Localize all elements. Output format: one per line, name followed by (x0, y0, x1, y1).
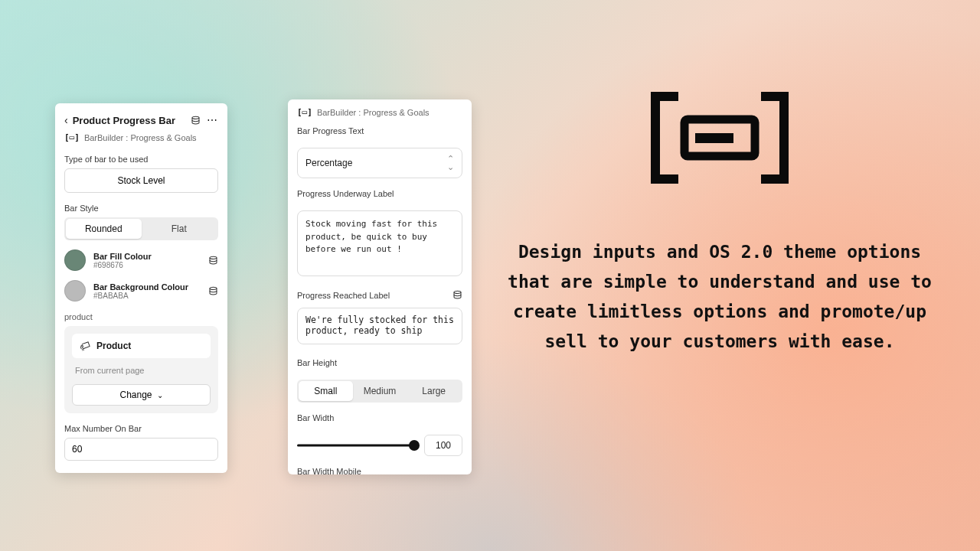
svg-point-2 (210, 287, 217, 289)
bar-style-rounded[interactable]: Rounded (66, 219, 142, 239)
type-of-bar-select[interactable]: Stock Level (64, 168, 218, 193)
bg-colour-label: Bar Background Colour (93, 282, 201, 292)
bar-width-mobile-label: Bar Width Mobile (297, 467, 462, 474)
bar-style-segment: Rounded Flat (64, 217, 218, 240)
panel-header: ‹ Product Progress Bar ⋯ (64, 114, 218, 126)
brand-logo (505, 84, 934, 191)
database-icon[interactable] (208, 256, 218, 266)
bar-width-row: 100 (297, 435, 462, 456)
bar-fill-colour-row[interactable]: Bar Fill Colour #698676 (64, 249, 218, 271)
app-sub-label: BarBuilder : Progress & Goals (317, 108, 430, 117)
fill-colour-swatch[interactable] (64, 249, 86, 271)
bg-colour-hex: #BABABA (93, 292, 201, 300)
bar-height-large[interactable]: Large (407, 381, 461, 401)
database-icon[interactable] (191, 116, 201, 126)
bar-width-slider[interactable] (297, 439, 416, 452)
product-source-text: From current page (75, 366, 207, 375)
settings-panel-left: ‹ Product Progress Bar ⋯ [▭] BarBuilder … (55, 103, 227, 473)
type-of-bar-label: Type of bar to be used (64, 155, 218, 164)
app-identifier: [▭] BarBuilder : Progress & Goals (64, 132, 218, 142)
svg-rect-8 (779, 92, 789, 184)
change-button[interactable]: Change ⌄ (72, 384, 211, 406)
product-tag-icon: 🏷 (78, 338, 93, 354)
select-chevron-icon: ⌃⌄ (447, 155, 454, 171)
product-label: product (64, 312, 218, 321)
max-number-input[interactable] (64, 438, 218, 461)
bar-height-label: Bar Height (297, 358, 462, 367)
svg-rect-11 (695, 133, 733, 143)
product-item-label: Product (96, 341, 131, 351)
progress-underway-label: Progress Underway Label (297, 189, 462, 198)
fill-colour-label: Bar Fill Colour (93, 252, 201, 261)
panel-title: Product Progress Bar (73, 115, 186, 126)
database-icon[interactable] (208, 286, 218, 296)
bar-style-label: Bar Style (64, 204, 218, 213)
bar-style-flat[interactable]: Flat (142, 219, 217, 239)
fill-colour-hex: #698676 (93, 261, 201, 269)
progress-reached-label: Progress Reached Label (297, 291, 390, 300)
marketing-copy: Design inputs and OS 2.0 theme options t… (505, 237, 934, 357)
bg-colour-swatch[interactable] (64, 280, 86, 302)
progress-reached-textarea[interactable] (297, 308, 462, 344)
svg-rect-6 (651, 174, 678, 184)
bar-width-label: Bar Width (297, 413, 462, 422)
bar-height-medium[interactable]: Medium (353, 381, 407, 401)
product-row[interactable]: 🏷 Product (72, 334, 211, 358)
app-sub-label: BarBuilder : Progress & Goals (84, 133, 197, 142)
product-block: 🏷 Product From current page Change ⌄ (64, 326, 218, 413)
app-identifier: [▭] BarBuilder : Progress & Goals (297, 107, 462, 117)
back-icon[interactable]: ‹ (64, 115, 68, 126)
bar-bg-colour-row[interactable]: Bar Background Colour #BABABA (64, 280, 218, 302)
marketing-block: Design inputs and OS 2.0 theme options t… (505, 77, 934, 357)
svg-rect-5 (651, 92, 660, 184)
svg-point-0 (192, 116, 199, 119)
progress-underway-textarea[interactable] (297, 210, 462, 276)
svg-point-3 (454, 291, 461, 293)
bar-height-segment: Small Medium Large (297, 380, 462, 403)
database-icon[interactable] (452, 290, 462, 300)
chevron-down-icon: ⌄ (157, 391, 163, 399)
bar-progress-text-select[interactable]: Percentage ⌃⌄ (297, 148, 462, 178)
svg-point-1 (210, 256, 217, 259)
brand-icon: [▭] (64, 132, 80, 142)
brand-icon: [▭] (297, 107, 312, 117)
more-icon[interactable]: ⋯ (207, 114, 218, 126)
svg-rect-9 (761, 174, 789, 184)
bar-progress-text-label: Bar Progress Text (297, 126, 462, 135)
settings-panel-right: [▭] BarBuilder : Progress & Goals Bar Pr… (288, 99, 472, 474)
bar-height-small[interactable]: Small (299, 381, 353, 401)
max-number-label: Max Number On Bar (64, 424, 218, 433)
bar-width-value[interactable]: 100 (424, 435, 462, 456)
